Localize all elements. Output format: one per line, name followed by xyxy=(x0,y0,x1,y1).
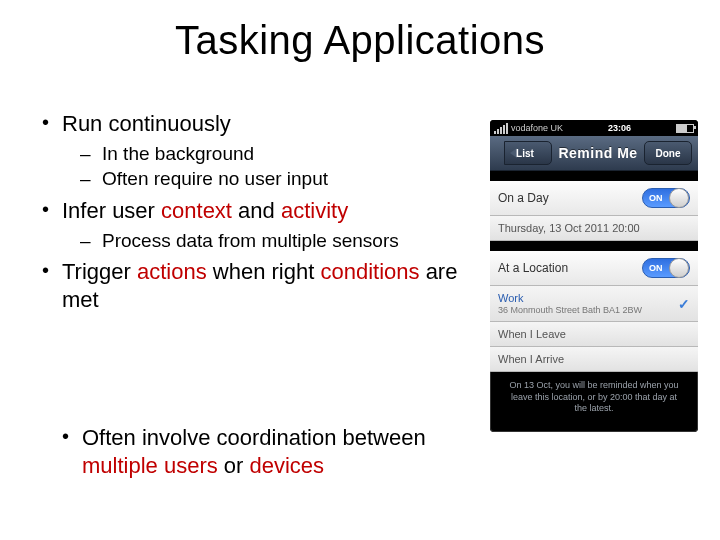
bullet-run-continuously: Run continuously In the background Often… xyxy=(38,110,468,191)
sub-bullet-background: In the background xyxy=(62,142,468,166)
nav-bar: List Remind Me Done xyxy=(490,136,698,171)
cell-label: Work xyxy=(498,292,642,304)
status-bar: vodafone UK 23:06 xyxy=(490,120,698,136)
text-fragment: Trigger xyxy=(62,259,137,284)
cell-label: On a Day xyxy=(498,191,549,205)
done-button-label: Done xyxy=(656,148,681,159)
bullet-coordination: Often involve coordination between multi… xyxy=(58,424,478,479)
slide-body-lower: Often involve coordination between multi… xyxy=(58,424,478,485)
cell-when-leave[interactable]: When I Leave xyxy=(490,322,698,347)
bullet-text: Run continuously xyxy=(62,111,231,136)
text-fragment: when right xyxy=(207,259,321,284)
toggle-at-location[interactable]: ON xyxy=(642,258,690,278)
cell-on-a-day[interactable]: On a Day ON xyxy=(490,181,698,216)
back-button-label: List xyxy=(516,148,534,159)
toggle-label: ON xyxy=(649,263,663,273)
phone-screenshot: vodafone UK 23:06 List Remind Me Done On… xyxy=(490,120,698,432)
signal-icon xyxy=(494,123,508,134)
text-fragment: Infer user xyxy=(62,198,161,223)
battery-icon xyxy=(676,124,694,133)
sub-bullet-no-input: Often require no user input xyxy=(62,167,468,191)
highlight-actions: actions xyxy=(137,259,207,284)
slide: Tasking Applications Run continuously In… xyxy=(0,0,720,540)
highlight-devices: devices xyxy=(250,453,325,478)
text-fragment: or xyxy=(218,453,250,478)
highlight-context: context xyxy=(161,198,232,223)
highlight-multiple-users: multiple users xyxy=(82,453,218,478)
slide-title: Tasking Applications xyxy=(0,18,720,63)
toggle-label: ON xyxy=(649,193,663,203)
highlight-conditions: conditions xyxy=(320,259,419,284)
cell-label: When I Leave xyxy=(498,328,566,340)
done-button[interactable]: Done xyxy=(644,141,692,165)
cell-at-location[interactable]: At a Location ON xyxy=(490,251,698,286)
text-fragment: Often involve coordination between xyxy=(82,425,426,450)
toggle-on-a-day[interactable]: ON xyxy=(642,188,690,208)
text-fragment: and xyxy=(232,198,281,223)
highlight-activity: activity xyxy=(281,198,348,223)
slide-body: Run continuously In the background Often… xyxy=(38,110,468,319)
bullet-infer-context: Infer user context and activity Process … xyxy=(38,197,468,252)
nav-title: Remind Me xyxy=(552,145,644,161)
sub-bullet-sensors: Process data from multiple sensors xyxy=(62,229,468,253)
bullet-trigger-actions: Trigger actions when right conditions ar… xyxy=(38,258,468,313)
clock-label: 23:06 xyxy=(608,123,631,133)
cell-label: At a Location xyxy=(498,261,568,275)
checkmark-icon: ✓ xyxy=(678,296,690,312)
carrier-label: vodafone UK xyxy=(511,123,563,133)
cell-when-arrive[interactable]: When I Arrive xyxy=(490,347,698,372)
cell-work[interactable]: Work 36 Monmouth Street Bath BA1 2BW ✓ xyxy=(490,286,698,322)
cell-value: Thursday, 13 Oct 2011 20:00 xyxy=(498,222,640,234)
cell-on-a-day-value[interactable]: Thursday, 13 Oct 2011 20:00 xyxy=(490,216,698,241)
footer-note: On 13 Oct, you will be reminded when you… xyxy=(490,372,698,423)
cell-address: 36 Monmouth Street Bath BA1 2BW xyxy=(498,305,642,315)
cell-label: When I Arrive xyxy=(498,353,564,365)
back-button[interactable]: List xyxy=(504,141,552,165)
